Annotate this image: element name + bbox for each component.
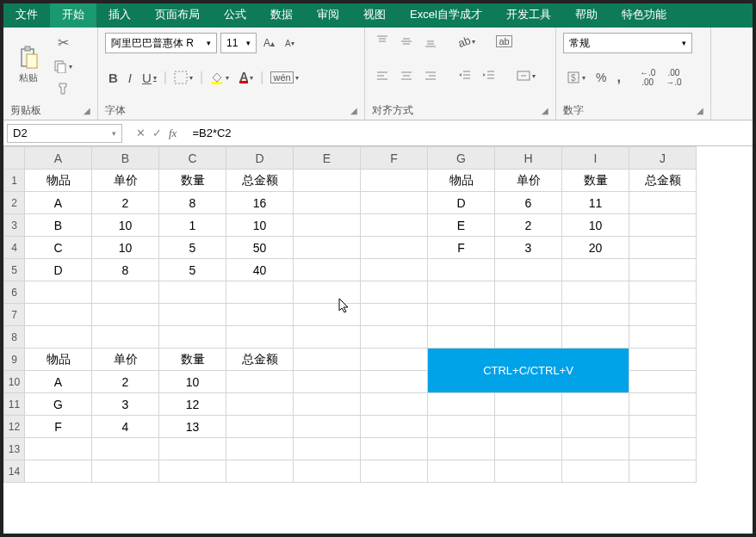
font-dialog-launcher[interactable]: ◢	[350, 106, 357, 115]
cell[interactable]	[92, 304, 159, 326]
cell[interactable]: 单价	[92, 349, 159, 371]
cell[interactable]	[159, 281, 226, 304]
cell[interactable]	[562, 393, 629, 416]
cell[interactable]	[495, 259, 562, 281]
column-header[interactable]: A	[25, 147, 92, 170]
row-header[interactable]: 13	[4, 438, 25, 460]
cell[interactable]	[562, 416, 629, 438]
cell[interactable]	[629, 259, 697, 281]
align-right-button[interactable]	[420, 67, 441, 84]
cell[interactable]	[226, 438, 294, 460]
increase-decimal-button[interactable]: ←.0.00	[636, 66, 659, 89]
number-dialog-launcher[interactable]: ◢	[697, 106, 703, 115]
formula-confirm-button[interactable]: ✓	[152, 127, 162, 139]
cell[interactable]: 10	[92, 237, 159, 259]
cell[interactable]	[629, 326, 697, 349]
merge-center-button[interactable]: ▾	[513, 67, 539, 84]
cell[interactable]	[361, 349, 428, 371]
format-painter-button[interactable]	[50, 80, 76, 97]
cell[interactable]: 3	[495, 237, 562, 259]
cell[interactable]	[361, 170, 428, 192]
cell[interactable]: 5	[159, 237, 226, 259]
cell[interactable]	[92, 460, 159, 483]
cell[interactable]: 单价	[495, 170, 562, 192]
cell[interactable]: 3	[92, 393, 159, 416]
cell[interactable]: 1	[159, 214, 226, 237]
menu-tab-特色功能[interactable]: 特色功能	[610, 3, 679, 28]
select-all-corner[interactable]	[4, 147, 25, 170]
italic-button[interactable]: I	[125, 69, 135, 87]
cell[interactable]: 13	[159, 416, 226, 438]
cell[interactable]: 6	[495, 192, 562, 214]
cell[interactable]	[629, 460, 697, 483]
bold-button[interactable]: B	[105, 69, 121, 87]
menu-tab-数据[interactable]: 数据	[258, 3, 305, 28]
cell[interactable]	[629, 393, 697, 416]
cell[interactable]	[294, 326, 361, 349]
menu-tab-文件[interactable]: 文件	[3, 3, 50, 28]
column-header[interactable]: C	[159, 147, 226, 170]
cell[interactable]	[629, 304, 697, 326]
cell[interactable]	[562, 438, 629, 460]
cell[interactable]	[495, 304, 562, 326]
cell[interactable]	[294, 237, 361, 259]
cell[interactable]	[629, 371, 697, 393]
column-header[interactable]: B	[92, 147, 159, 170]
align-top-button[interactable]	[372, 33, 393, 50]
cell[interactable]	[361, 371, 428, 393]
cell[interactable]	[495, 460, 562, 483]
cell[interactable]	[428, 393, 495, 416]
cell[interactable]: 50	[226, 237, 294, 259]
cell[interactable]	[428, 438, 495, 460]
cell[interactable]	[562, 326, 629, 349]
cell[interactable]	[361, 237, 428, 259]
column-header[interactable]: J	[629, 147, 697, 170]
fx-button[interactable]: fx	[169, 127, 177, 140]
cell[interactable]	[226, 281, 294, 304]
cell[interactable]: 总金额	[226, 349, 294, 371]
cell[interactable]: C	[25, 237, 92, 259]
menu-tab-开发工具[interactable]: 开发工具	[494, 3, 563, 28]
cell[interactable]	[361, 304, 428, 326]
cell[interactable]	[428, 460, 495, 483]
align-bottom-button[interactable]	[420, 33, 441, 50]
cell[interactable]	[294, 192, 361, 214]
cell[interactable]	[361, 460, 428, 483]
cell[interactable]: F	[25, 416, 92, 438]
fill-color-button[interactable]: ▾	[207, 69, 232, 86]
column-header[interactable]: E	[294, 147, 361, 170]
cell[interactable]	[92, 438, 159, 460]
row-header[interactable]: 5	[4, 259, 25, 281]
cell[interactable]: 总金额	[226, 170, 294, 192]
cell[interactable]: F	[428, 237, 495, 259]
comma-button[interactable]: ,	[613, 68, 623, 87]
cell[interactable]	[92, 281, 159, 304]
underline-button[interactable]: U▾	[139, 69, 160, 87]
cell[interactable]: G	[25, 393, 92, 416]
cell[interactable]: 2	[92, 371, 159, 393]
decrease-font-button[interactable]: A▾	[282, 37, 298, 50]
cell[interactable]: 4	[92, 416, 159, 438]
cell[interactable]	[159, 304, 226, 326]
font-name-select[interactable]: 阿里巴巴普惠体 R▾	[105, 33, 217, 53]
cell[interactable]	[361, 438, 428, 460]
menu-tab-开始[interactable]: 开始	[50, 3, 96, 28]
cell[interactable]	[159, 438, 226, 460]
cell[interactable]	[629, 416, 697, 438]
cell[interactable]	[428, 281, 495, 304]
cell[interactable]	[629, 281, 697, 304]
font-color-button[interactable]: A▾	[236, 71, 257, 85]
row-header[interactable]: 9	[4, 349, 25, 371]
row-header[interactable]: 8	[4, 326, 25, 349]
menu-tab-视图[interactable]: 视图	[351, 3, 398, 28]
decrease-decimal-button[interactable]: .00→.0	[662, 66, 685, 89]
currency-button[interactable]: $▾	[563, 69, 589, 86]
cell[interactable]: B	[25, 214, 92, 237]
cell[interactable]: 2	[92, 192, 159, 214]
row-header[interactable]: 4	[4, 237, 25, 259]
cell[interactable]	[294, 281, 361, 304]
row-header[interactable]: 6	[4, 281, 25, 304]
cell[interactable]: 总金额	[629, 170, 697, 192]
orientation-button[interactable]: ab▾	[455, 34, 479, 50]
menu-tab-插入[interactable]: 插入	[96, 3, 143, 28]
